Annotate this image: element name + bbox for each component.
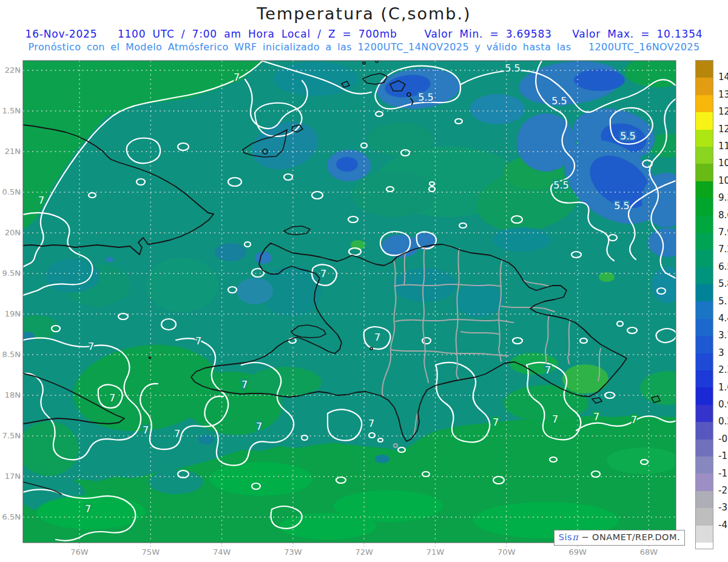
contour-label-7: 7 (368, 418, 374, 429)
colorbar-label: 4.4 (718, 312, 728, 324)
contour-label-7: 7 (552, 413, 558, 425)
lon-label-73W: 73W (280, 547, 306, 557)
colorbar-label: 5.8 (718, 278, 728, 290)
lat-label-8.5N: 8.5N (0, 350, 21, 360)
lat-label-20N: 20N (0, 228, 21, 238)
colorbar-label: 1.6 (718, 381, 728, 393)
colorbar-segment (696, 491, 713, 508)
credit-org-label: − ONAMET/REP.DOM. (578, 532, 680, 542)
colorbar-label: 6.5 (718, 261, 728, 273)
colorbar-label: 7.2 (718, 243, 728, 255)
credit-box: Sisπ − ONAMET/REP.DOM. (554, 530, 685, 546)
pi-symbol: π (572, 532, 578, 542)
colorbar-segment (696, 130, 713, 147)
lon-label-71W: 71W (422, 547, 449, 557)
lat-label-0.5N: 0.5N (0, 187, 21, 197)
colorbar-label: -1.2 (718, 450, 728, 462)
lon-label-68W: 68W (635, 547, 662, 557)
lat-label-7.5N: 7.5N (0, 431, 21, 441)
colorbar-label: 0.2 (718, 415, 728, 427)
lon-label-75W: 75W (137, 547, 164, 557)
contour-label-7: 7 (85, 503, 91, 515)
colorbar-label: -0.5 (718, 433, 728, 445)
contour-label-5.5: 5.5 (418, 92, 433, 103)
contour-label-7: 7 (109, 392, 115, 404)
lat-label-6.5N: 6.5N (0, 512, 21, 522)
contour-label-7: 7 (593, 411, 599, 423)
colorbar-label: 7.9 (718, 226, 728, 238)
lon-label-70W: 70W (493, 547, 520, 557)
contour-label-5.5: 5.5 (620, 130, 635, 142)
lat-label-19N: 19N (0, 309, 21, 319)
colorbar-segment (696, 301, 713, 318)
contour-label-7: 7 (320, 268, 326, 279)
contour-label-5.5: 5.5 (614, 200, 629, 212)
contour-label-7: 7 (256, 421, 262, 432)
lon-label-74W: 74W (209, 547, 235, 557)
colorbar-segment (696, 319, 713, 336)
colorbar-label: 3 (718, 347, 728, 359)
colorbar-label: 14.2 (718, 71, 728, 83)
colorbar-label: 13.5 (718, 89, 728, 101)
lat-label-18N: 18N (0, 390, 21, 400)
colorbar-segment (696, 440, 713, 457)
contour-label-5.5: 5.5 (553, 179, 568, 191)
colorbar-label: 12.1 (718, 123, 728, 135)
colorbar-label: 11.4 (718, 140, 728, 152)
colorbar-label: 9.3 (718, 192, 728, 204)
colorbar-label: -2.6 (718, 484, 728, 497)
contour-label-7: 7 (493, 416, 499, 428)
lat-label-9.5N: 9.5N (0, 269, 21, 278)
colorbar-segment (696, 112, 713, 129)
lat-label-21N: 21N (0, 147, 21, 156)
colorbar-segment (696, 543, 713, 549)
contour-label-5.5: 5.5 (551, 95, 567, 107)
contour-label-7: 7 (234, 72, 240, 83)
colorbar-segment (696, 181, 713, 198)
colorbar-segment (696, 164, 713, 181)
colorbar-label: 0.9 (718, 398, 728, 410)
contour-label-7: 7 (545, 364, 551, 376)
colorbar-segment (696, 526, 713, 543)
colorbar-segment (696, 508, 713, 525)
colorbar-segment (696, 61, 713, 78)
colorbar-segment (696, 198, 713, 215)
colorbar-segment (696, 250, 713, 267)
lat-label-22N: 22N (0, 65, 21, 75)
colorbar-label: 10 (718, 175, 728, 187)
colorbar-label: -4 (718, 519, 728, 531)
temperature-shading-layer (15, 56, 695, 543)
colorbar-label: 3.7 (718, 329, 728, 341)
colorbar-label: 5.1 (718, 295, 728, 307)
colorbar-segment (696, 284, 713, 301)
colorbar-segment (696, 422, 713, 439)
contour-label-5.5: 5.5 (505, 62, 520, 74)
colorbar-segment (696, 95, 713, 112)
contour-label-7: 7 (241, 379, 248, 390)
contour-label-7: 7 (374, 332, 380, 343)
contour-label-7: 7 (195, 335, 201, 347)
contour-label-7: 7 (88, 341, 94, 352)
contour-label-7: 7 (143, 424, 149, 436)
colorbar-label: 8.6 (718, 209, 728, 221)
weather-map-page: Temperatura (C,somb.) 16-Nov-2025 1100 U… (0, 0, 728, 562)
colorbar-segment (696, 405, 713, 422)
colorbar-label: -3.3 (718, 501, 728, 513)
colorbar-label: 10.7 (718, 157, 728, 169)
colorbar-segment (696, 216, 713, 233)
lat-label-1.5N: 1.5N (0, 106, 21, 116)
colorbar-segment (696, 387, 713, 404)
temperature-colorbar (695, 60, 713, 549)
colorbar-segment (696, 233, 713, 250)
contour-label-7: 7 (38, 195, 44, 206)
colorbar-label: 12.8 (718, 105, 728, 118)
contour-label-7: 7 (631, 414, 637, 426)
temperature-map: 7777777777777777775.55.55.55.55.55.5 (0, 0, 728, 562)
colorbar-segment (696, 267, 713, 284)
lon-label-72W: 72W (351, 547, 377, 557)
colorbar-segment (696, 473, 713, 490)
colorbar-segment (696, 457, 713, 473)
colorbar-segment (696, 370, 713, 387)
contour-label-7: 7 (174, 428, 180, 440)
colorbar-label: 2.3 (718, 364, 728, 376)
